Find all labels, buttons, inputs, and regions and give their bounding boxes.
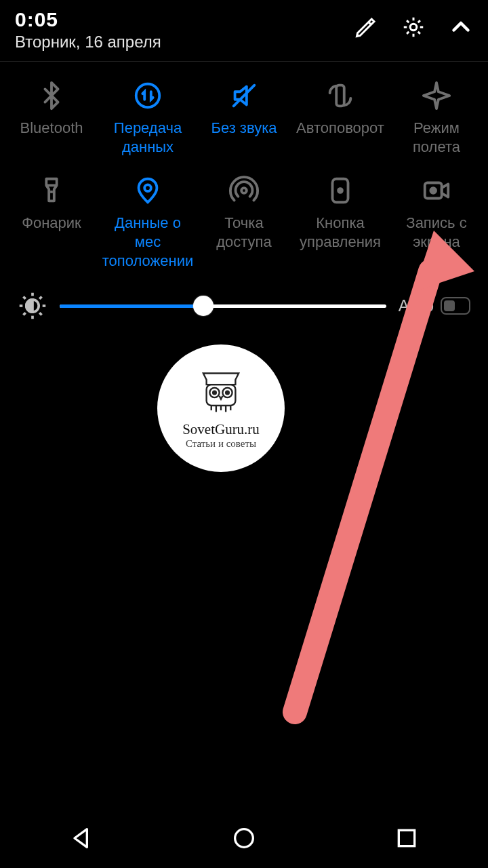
svg-point-11: [430, 188, 436, 193]
tile-label: Bluetooth: [4, 119, 99, 138]
data-transfer-icon: [100, 77, 195, 115]
bluetooth-icon: [4, 77, 99, 115]
tile-data-transfer[interactable]: Передача данных: [100, 77, 195, 157]
tile-label: Без звука: [197, 119, 291, 138]
tile-label: Фонарик: [4, 214, 99, 233]
tile-label: Кнопка управления: [293, 214, 388, 252]
tile-auto-rotate[interactable]: Автоповорот: [293, 77, 388, 157]
svg-point-6: [144, 184, 151, 191]
pencil-icon: [354, 15, 378, 39]
auto-rotate-icon: [293, 77, 388, 115]
header-actions: [354, 15, 473, 39]
nav-back-button[interactable]: [41, 818, 122, 859]
watermark-title: SovetGuru.ru: [182, 421, 260, 438]
brightness-icon: [18, 291, 47, 321]
triangle-back-icon: [68, 825, 95, 852]
edit-tiles-button[interactable]: [354, 15, 378, 39]
quick-settings-header: 0:05 Вторник, 16 апреля: [0, 0, 488, 62]
nav-recent-button[interactable]: [366, 818, 447, 859]
svg-line-31: [295, 271, 430, 712]
tile-airplane-mode[interactable]: Режим полета: [389, 77, 484, 157]
svg-line-20: [39, 296, 41, 298]
svg-rect-4: [46, 179, 56, 186]
svg-point-24: [213, 391, 216, 395]
chevron-up-icon: [449, 15, 473, 39]
nav-home-button[interactable]: [203, 818, 285, 859]
tile-screen-record[interactable]: Запись с экрана: [389, 172, 484, 271]
svg-line-17: [23, 296, 25, 298]
quick-settings-tiles: Bluetooth Передача данных Без звука: [0, 62, 488, 277]
gear-icon: [401, 15, 426, 39]
tile-location[interactable]: Данные о мес тоположении: [100, 172, 195, 271]
auto-brightness-toggle[interactable]: [441, 297, 470, 315]
mute-icon: [197, 77, 291, 115]
tile-control-button[interactable]: Кнопка управления: [293, 172, 388, 271]
circle-home-icon: [230, 825, 258, 852]
brightness-slider[interactable]: [60, 295, 386, 317]
svg-point-33: [235, 829, 253, 848]
svg-rect-34: [399, 830, 414, 846]
tile-label: Передача данных: [100, 119, 195, 157]
svg-point-7: [241, 188, 247, 193]
auto-brightness-label: Авто: [399, 296, 434, 315]
tile-label: Точка доступа: [197, 214, 291, 252]
tiles-row-1: Bluetooth Передача данных Без звука: [4, 77, 484, 157]
hotspot-icon: [197, 172, 291, 210]
auto-brightness: Авто: [399, 296, 470, 315]
tiles-row-2: Фонарик Данные о мес тоположении Точка д…: [4, 172, 484, 271]
svg-point-25: [226, 391, 229, 395]
svg-rect-3: [336, 85, 344, 106]
tile-bluetooth[interactable]: Bluetooth: [4, 77, 99, 157]
location-icon: [100, 172, 195, 210]
collapse-panel-button[interactable]: [449, 15, 473, 39]
tile-label: Запись с экрана: [389, 214, 484, 252]
tile-mute[interactable]: Без звука: [197, 77, 291, 157]
svg-point-1: [136, 84, 160, 108]
flashlight-icon: [4, 172, 99, 210]
tile-hotspot[interactable]: Точка доступа: [197, 172, 291, 271]
control-button-icon: [293, 172, 388, 210]
svg-point-0: [410, 24, 417, 31]
tile-label: Данные о мес тоположении: [100, 214, 195, 271]
settings-button[interactable]: [401, 15, 426, 39]
tile-flashlight[interactable]: Фонарик: [4, 172, 99, 271]
tile-label: Режим полета: [389, 119, 484, 157]
airplane-icon: [389, 77, 484, 115]
watermark-badge: SovetGuru.ru Статьи и советы: [157, 344, 285, 472]
slider-fill: [60, 304, 203, 308]
tile-label: Автоповорот: [293, 119, 388, 138]
svg-point-9: [338, 189, 342, 193]
svg-line-18: [39, 313, 41, 315]
watermark-subtitle: Статьи и советы: [186, 438, 256, 450]
system-nav-bar: [0, 808, 488, 868]
svg-line-19: [23, 313, 25, 315]
slider-thumb[interactable]: [193, 296, 214, 316]
square-recent-icon: [393, 825, 420, 852]
owl-icon: [195, 367, 247, 418]
brightness-row: Авто: [0, 277, 488, 326]
screen-record-icon: [389, 172, 484, 210]
